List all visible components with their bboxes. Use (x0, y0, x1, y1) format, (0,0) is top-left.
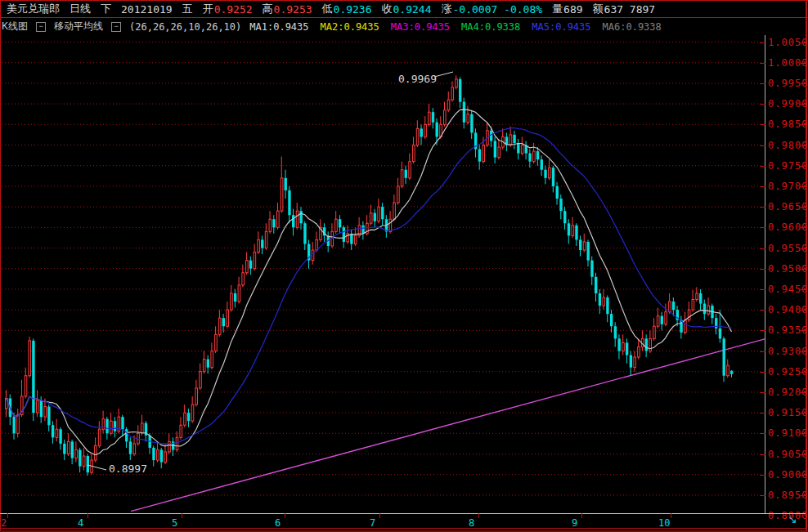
price-tick (760, 186, 765, 187)
quote-field-label: 开 (203, 2, 213, 16)
window-border-left (0, 0, 1, 532)
price-tick (760, 124, 765, 125)
price-tick (801, 207, 806, 208)
price-tick (801, 145, 806, 146)
price-tick (801, 269, 806, 270)
price-tick (760, 351, 765, 352)
price-tick (760, 433, 765, 434)
month-label: 5 (172, 517, 177, 529)
month-label: 7 (370, 517, 375, 529)
quote-field-value: 0.9236 (334, 3, 372, 16)
price-tick (760, 269, 765, 270)
quote-field: 涨-0.0007 -0.08% (442, 2, 543, 16)
quote-field-label: 低 (322, 2, 333, 16)
quote-field-label: 高 (263, 2, 273, 16)
month-tick (182, 513, 182, 518)
ma-value-ma1: MA1:0.9435 (249, 21, 308, 33)
date-value: 20121019 (121, 3, 173, 16)
price-annotation: 0.8997 (109, 463, 147, 475)
price-axis-label: 0.8900 (768, 510, 806, 521)
price-tick (801, 104, 806, 105)
price-axis-separator (765, 35, 765, 513)
month-tick (7, 513, 8, 518)
month-tick (478, 513, 479, 518)
month-tick (285, 513, 285, 518)
price-annotation: 0.9969 (398, 73, 437, 85)
price-tick (760, 145, 765, 146)
price-tick (801, 248, 806, 249)
price-tick (760, 42, 765, 43)
price-tick (801, 83, 806, 84)
price-tick (760, 104, 765, 105)
price-tick (801, 124, 806, 125)
quote-field: 高0.9253 (263, 2, 312, 16)
price-chart[interactable]: 0.99690.8997 (2, 35, 765, 513)
price-tick (801, 42, 806, 43)
collapse-ma-icon[interactable]: − (111, 22, 121, 32)
quote-field-value: -0.0007 -0.08% (453, 3, 543, 16)
period-label[interactable]: 日线 (70, 2, 91, 16)
ma-value-ma6: MA6:0.9338 (603, 21, 662, 33)
price-tick (760, 83, 765, 84)
price-tick (801, 166, 806, 167)
symbol-name: 美元兑瑞郎 (7, 2, 60, 16)
price-tick (801, 413, 806, 414)
quote-field-label: 额 (593, 2, 604, 16)
ma-value-ma5: MA5:0.9435 (532, 21, 590, 33)
ma-value-ma4: MA4:0.9338 (461, 21, 520, 33)
price-tick (801, 310, 806, 311)
quote-field-value: 689 (563, 3, 582, 16)
ma-indicator-label: 移动平均线 (54, 20, 103, 34)
month-tick (671, 513, 671, 518)
quote-field: 额637 7897 (593, 2, 656, 16)
quote-field-value: 0.9252 (214, 3, 253, 16)
ma-value-ma2: MA2:0.9435 (321, 21, 379, 33)
price-tick (801, 289, 806, 290)
month-label: 6 (275, 517, 281, 529)
price-tick (801, 63, 806, 64)
price-tick (801, 372, 806, 373)
time-axis-line (0, 513, 806, 514)
scroll-arrow-icon[interactable]: ↘ (788, 513, 797, 525)
price-tick (760, 330, 765, 331)
quote-field: 量689 (552, 2, 582, 16)
price-tick (801, 475, 806, 476)
collapse-kline-icon[interactable]: − (36, 22, 46, 32)
quote-field-value: 637 7897 (604, 3, 656, 16)
quote-field: 低0.9236 (322, 2, 372, 16)
kline-label: K线图 (2, 20, 28, 34)
month-tick (88, 513, 88, 518)
price-tick (760, 227, 765, 228)
month-tick (379, 513, 380, 518)
price-tick (760, 248, 765, 249)
price-tick (760, 63, 765, 64)
price-tick (760, 289, 765, 290)
price-tick (801, 454, 806, 455)
footer-border (0, 528, 806, 529)
price-tick (760, 454, 765, 455)
month-tick (581, 513, 582, 518)
month-label: 9 (572, 517, 577, 529)
indicator-legend-bar: K线图 − 移动平均线 − (26,26,26,10,26,10) MA1:0.… (1, 19, 806, 34)
price-tick (760, 392, 765, 393)
price-tick (760, 475, 765, 476)
price-tick (760, 495, 765, 496)
price-tick (801, 227, 806, 228)
ma-value-ma3: MA3:0.9435 (391, 21, 450, 33)
quote-field-label: 涨 (442, 2, 452, 16)
quote-field-label: 量 (552, 2, 563, 16)
price-tick (801, 433, 806, 434)
quote-field: 收0.9244 (382, 2, 432, 16)
price-tick (801, 330, 806, 331)
weekday-label: 五 (182, 2, 193, 16)
price-tick (760, 166, 765, 167)
price-tick (760, 413, 765, 414)
month-label: 2 (1, 517, 7, 529)
ma-values: MA1:0.9435MA2:0.9435MA3:0.9435MA4:0.9338… (249, 21, 662, 33)
month-label: 4 (78, 517, 83, 529)
quote-fields: 开0.9252高0.9253低0.9236收0.9244涨-0.0007 -0.… (203, 2, 656, 16)
price-tick (801, 495, 806, 496)
month-label: 10 (658, 517, 670, 529)
price-tick (801, 351, 806, 352)
price-tick (801, 186, 806, 187)
